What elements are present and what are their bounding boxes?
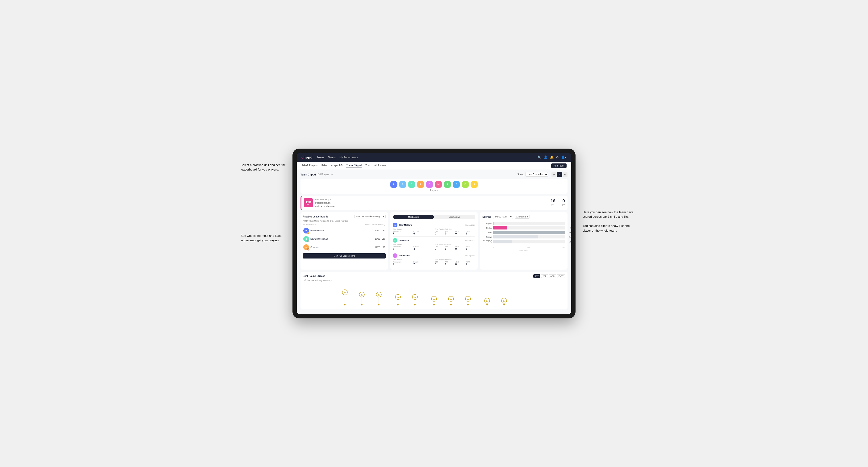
subnav-team-clippd[interactable]: Team Clippd (346, 164, 362, 167)
svg-point-25 (450, 304, 452, 305)
svg-point-9 (378, 304, 379, 305)
svg-point-17 (414, 304, 415, 305)
player-avatar-7[interactable]: T (444, 181, 451, 188)
bar-row: D. Bogeys + 131 (483, 240, 565, 244)
scoring-filter-select[interactable]: Par 3, 4 & 5s (493, 215, 513, 219)
pa-practice-col-1: Practice 6 (413, 230, 433, 235)
bar-label: Birdies (483, 227, 492, 229)
main-content: Team Clippd | 14 Players ✏ Show: Last 3 … (297, 170, 571, 314)
tab-putt[interactable]: PUTT (557, 274, 565, 278)
bar-value: 3 (571, 222, 571, 224)
lb-avg-2: 107 (382, 238, 385, 240)
team-title: Team Clippd (301, 173, 316, 176)
svg-point-1 (344, 304, 346, 305)
svg-text:4x: 4x (450, 299, 452, 300)
nav-links: Home Teams My Performance (317, 156, 358, 159)
tab-ott[interactable]: OTT (533, 274, 540, 278)
subnav: PGAT Players PGA Hcaps 1-5 Team Clippd T… (297, 162, 571, 170)
scoring-header: Scoring Par 3, 4 & 5s All Players ▾ (483, 215, 565, 219)
chevron-down-icon: ▾ (527, 216, 528, 218)
bar-track: 499 (493, 231, 565, 234)
practice-leaderboard-card: Practice Leaderboards PUTT Must Make Put… (301, 212, 388, 270)
activity-card: Most Active Least Active B Blair McHarg … (390, 212, 478, 270)
tablet-screen: clippd Home Teams My Performance 🔍 👤 🔔 ⚙… (297, 153, 571, 314)
lb-avatar-3: C 3 (303, 244, 309, 250)
shot-metrics: 16 yds 0 yds (551, 198, 565, 207)
bar-row: Birdies 96 (483, 226, 565, 229)
bar-label: D. Bogeys + (483, 240, 492, 244)
edit-icon[interactable]: ✏ (331, 173, 333, 176)
subnav-all-players[interactable]: All Players (374, 164, 386, 167)
annotation-bottom-left: See who is the most and least active amo… (241, 234, 288, 243)
tab-least-active[interactable]: Least Active (434, 215, 475, 219)
gold-badge-1: 1 (307, 231, 309, 234)
player-avatar-8[interactable]: A (453, 181, 460, 188)
tab-most-active[interactable]: Most Active (393, 215, 434, 219)
pa-arg-3: ARG 0 (455, 261, 465, 266)
player-avatar-4[interactable]: E (417, 181, 424, 188)
view-full-leaderboard-button[interactable]: View Full Leaderboard (303, 253, 385, 258)
player-avatar-10[interactable]: S (470, 181, 478, 188)
player-avatar-9[interactable]: D (462, 181, 469, 188)
pa-putt-2: PUTT 0 (466, 246, 475, 250)
subnav-pgat[interactable]: PGAT Players (302, 164, 318, 167)
person-icon[interactable]: 👤 (544, 155, 548, 159)
user-avatar-icon[interactable]: 👤▾ (561, 155, 566, 159)
list-view-icon[interactable]: ≡ (557, 172, 562, 177)
pa-header-1: B Blair McHarg 26 Aug 2023 (393, 223, 475, 227)
pa-app-2: APP 0 (445, 246, 455, 250)
lb-avg-1: 110 (382, 229, 385, 232)
svg-point-5 (361, 304, 363, 305)
player-activity-3: J Josh Coles 26 Aug 2023 Total Rounds To… (393, 252, 475, 267)
period-select[interactable]: Last 3 months (525, 172, 548, 177)
lb-name-3: Cameron... (310, 246, 373, 248)
pa-arg-2: ARG 0 (455, 246, 465, 250)
bar-track: 96 (493, 226, 565, 229)
scoring-players-dropdown[interactable]: All Players ▾ (515, 215, 530, 219)
subnav-tour[interactable]: Tour (365, 164, 370, 167)
lb-score-3: 17/20 (375, 246, 380, 248)
player-avatar-5[interactable]: C (426, 181, 433, 188)
pa-tournament-col-3: Tournament 7 (393, 261, 412, 266)
pa-practice-col-2: Practice 4 (413, 246, 433, 250)
team-header: Team Clippd | 14 Players ✏ Show: Last 3 … (301, 172, 567, 177)
tab-arg[interactable]: ARG (549, 274, 556, 278)
table-view-icon[interactable]: ⊟ (563, 172, 567, 177)
show-filter: Show: Last 3 months ⊞ ≡ ⊟ (517, 172, 567, 177)
pa-stats-2: Total Rounds Tournament 8 Practice (393, 244, 475, 250)
brand-logo: clippd (302, 155, 312, 159)
subnav-hcaps[interactable]: Hcaps 1-5 (331, 164, 342, 167)
pa-app-1: APP 0 (445, 230, 455, 235)
player-avatar-3[interactable]: J (408, 181, 415, 188)
player-avatar-1[interactable]: R (390, 181, 398, 188)
bell-icon[interactable]: 🔔 (550, 155, 554, 159)
scoring-title: Scoring (483, 216, 491, 218)
pa-activities-cols-2: OTT 0 APP 0 ARG (435, 246, 475, 250)
grid-view-icon[interactable]: ⊞ (552, 172, 556, 177)
search-icon[interactable]: 🔍 (537, 155, 541, 159)
nav-performance[interactable]: My Performance (339, 156, 359, 159)
leaderboard-subtitle: PUTT Must Make Putting (3-6 ft), Last 3 … (303, 220, 385, 222)
bar-track: 311 (493, 235, 565, 239)
bar-fill (493, 226, 507, 229)
nav-teams[interactable]: Teams (328, 156, 336, 159)
streaks-header: Best Round Streaks OTT APP ARG PUTT (303, 274, 565, 278)
add-team-button[interactable]: Add Team (551, 163, 566, 168)
player-avatar-6[interactable]: M (435, 181, 442, 188)
leaderboard-dropdown[interactable]: PUTT Must Make Putting ... ▾ (354, 215, 385, 218)
col-player-name: PLAYER NAME (303, 224, 365, 226)
pa-header-2: R Rees Britt 02 Sep 2023 (393, 238, 475, 243)
pa-activities-1: Total Practice Activities OTT 0 APP (435, 228, 475, 235)
tab-app[interactable]: APP (541, 274, 548, 278)
bronze-badge-3: 3 (307, 248, 309, 250)
svg-point-21 (433, 304, 435, 305)
nav-home[interactable]: Home (317, 156, 324, 159)
pa-putt-1: PUTT 1 (466, 230, 475, 235)
tablet-frame: clippd Home Teams My Performance 🔍 👤 🔔 ⚙… (292, 149, 576, 318)
player-avatar-2[interactable]: B (399, 181, 406, 188)
subnav-pga[interactable]: PGA (321, 164, 327, 167)
settings-icon[interactable]: ⚙ (556, 155, 559, 159)
lb-avatar-1: R 1 (303, 228, 309, 234)
streaks-subtitle: Off The Tee, Fairway Accuracy (303, 279, 565, 282)
shot-details: Shot Dist: 16 yds Start Lie: Rough End L… (315, 198, 335, 208)
